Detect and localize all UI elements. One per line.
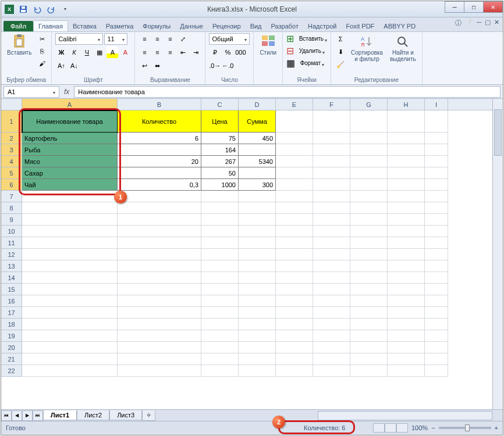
- cell-I4[interactable]: [425, 156, 448, 167]
- cell-I20[interactable]: [425, 342, 448, 353]
- cell-A14[interactable]: [22, 272, 118, 284]
- row-header-11[interactable]: 11: [1, 237, 22, 249]
- cell-F5[interactable]: [313, 167, 350, 179]
- col-header-C[interactable]: C: [201, 99, 239, 110]
- cell-H5[interactable]: [388, 167, 425, 179]
- cell-C5[interactable]: 50: [201, 167, 239, 179]
- cell-C14[interactable]: [201, 272, 239, 284]
- cut-icon[interactable]: ✂: [36, 33, 48, 45]
- tab-layout[interactable]: Разметка: [101, 21, 139, 31]
- cell-B6[interactable]: 0,3: [118, 179, 201, 191]
- border-button[interactable]: ▦: [94, 47, 105, 58]
- cell-G20[interactable]: [350, 342, 388, 353]
- cell-H11[interactable]: [388, 237, 425, 249]
- col-header-H[interactable]: H: [388, 99, 425, 110]
- cell-E10[interactable]: [276, 226, 313, 237]
- cell-F9[interactable]: [313, 214, 350, 226]
- cell-I19[interactable]: [425, 330, 448, 342]
- cell-D5[interactable]: [239, 167, 276, 179]
- align-bottom-icon[interactable]: ≡: [164, 33, 176, 45]
- cell-A20[interactable]: [22, 342, 118, 353]
- cell-C1[interactable]: Цена: [201, 110, 239, 133]
- row-header-8[interactable]: 8: [1, 202, 22, 214]
- view-layout-button[interactable]: [385, 423, 396, 433]
- cell-F4[interactable]: [313, 156, 350, 167]
- undo-icon[interactable]: [31, 3, 43, 15]
- cell-H6[interactable]: [388, 179, 425, 191]
- styles-button[interactable]: Стили: [257, 33, 279, 57]
- cell-E13[interactable]: [276, 260, 313, 272]
- doc-close-icon[interactable]: ✕: [494, 19, 499, 27]
- cell-B5[interactable]: [118, 167, 201, 179]
- align-right-icon[interactable]: ≡: [164, 47, 176, 58]
- cell-I22[interactable]: [425, 365, 448, 377]
- currency-icon[interactable]: ₽: [209, 47, 221, 58]
- cell-A16[interactable]: [22, 295, 118, 307]
- help-icon[interactable]: ❔: [465, 19, 473, 27]
- cell-F12[interactable]: [313, 249, 350, 260]
- tab-abbyy[interactable]: ABBYY PD: [379, 21, 420, 31]
- merge-icon[interactable]: ⬌: [151, 60, 163, 72]
- cell-C19[interactable]: [201, 330, 239, 342]
- cell-B21[interactable]: [118, 353, 201, 365]
- row-header-4[interactable]: 4: [1, 156, 22, 167]
- cell-D12[interactable]: [239, 249, 276, 260]
- cell-G1[interactable]: [350, 110, 388, 133]
- cell-F16[interactable]: [313, 295, 350, 307]
- cell-E8[interactable]: [276, 202, 313, 214]
- cell-A11[interactable]: [22, 237, 118, 249]
- cell-D11[interactable]: [239, 237, 276, 249]
- cell-A12[interactable]: [22, 249, 118, 260]
- cell-E4[interactable]: [276, 156, 313, 167]
- cell-I9[interactable]: [425, 214, 448, 226]
- cell-I12[interactable]: [425, 249, 448, 260]
- cell-C4[interactable]: 267: [201, 156, 239, 167]
- tab-home[interactable]: Главная: [33, 20, 68, 31]
- cell-D16[interactable]: [239, 295, 276, 307]
- cell-E5[interactable]: [276, 167, 313, 179]
- orientation-icon[interactable]: ⤢: [177, 33, 189, 45]
- cell-B7[interactable]: [118, 191, 201, 202]
- tab-foxit[interactable]: Foxit PDF: [341, 21, 379, 31]
- row-header-6[interactable]: 6: [1, 179, 22, 191]
- cell-I17[interactable]: [425, 307, 448, 319]
- increase-font-icon[interactable]: A↑: [55, 60, 67, 72]
- align-top-icon[interactable]: ≡: [139, 33, 150, 45]
- cell-G4[interactable]: [350, 156, 388, 167]
- cell-D18[interactable]: [239, 319, 276, 330]
- cell-A19[interactable]: [22, 330, 118, 342]
- cell-C6[interactable]: 1000: [201, 179, 239, 191]
- cell-F8[interactable]: [313, 202, 350, 214]
- row-header-10[interactable]: 10: [1, 226, 22, 237]
- cell-B13[interactable]: [118, 260, 201, 272]
- col-header-G[interactable]: G: [350, 99, 388, 110]
- cell-E9[interactable]: [276, 214, 313, 226]
- cell-E16[interactable]: [276, 295, 313, 307]
- cell-G5[interactable]: [350, 167, 388, 179]
- cell-G17[interactable]: [350, 307, 388, 319]
- col-header-I[interactable]: I: [425, 99, 448, 110]
- cell-G10[interactable]: [350, 226, 388, 237]
- cell-F7[interactable]: [313, 191, 350, 202]
- select-all-corner[interactable]: [1, 99, 22, 110]
- sheet-tab-1[interactable]: Лист1: [43, 410, 77, 420]
- doc-min-icon[interactable]: ─: [477, 19, 481, 27]
- comma-icon[interactable]: 000: [235, 47, 246, 58]
- percent-icon[interactable]: %: [222, 47, 233, 58]
- cell-B1[interactable]: Количество: [118, 110, 201, 133]
- view-normal-button[interactable]: [373, 423, 385, 433]
- cell-H16[interactable]: [388, 295, 425, 307]
- cell-G8[interactable]: [350, 202, 388, 214]
- cell-F21[interactable]: [313, 353, 350, 365]
- dec-decimal-icon[interactable]: ←.0: [222, 60, 233, 72]
- cell-H14[interactable]: [388, 272, 425, 284]
- cell-E18[interactable]: [276, 319, 313, 330]
- cell-B9[interactable]: [118, 214, 201, 226]
- close-button[interactable]: ✕: [483, 1, 503, 13]
- cell-F6[interactable]: [313, 179, 350, 191]
- zoom-slider[interactable]: [439, 427, 491, 429]
- cell-H3[interactable]: [388, 144, 425, 156]
- row-header-9[interactable]: 9: [1, 214, 22, 226]
- cell-G18[interactable]: [350, 319, 388, 330]
- cell-I18[interactable]: [425, 319, 448, 330]
